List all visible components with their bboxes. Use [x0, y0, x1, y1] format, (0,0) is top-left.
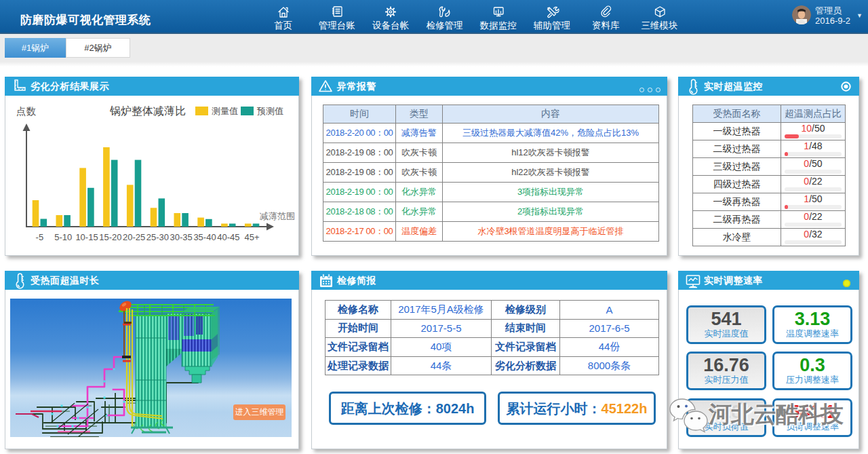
svg-text:15-20: 15-20: [99, 232, 121, 242]
svg-text:锅炉整体减薄比: 锅炉整体减薄比: [109, 105, 186, 117]
svg-text:-5: -5: [36, 232, 44, 242]
svg-text:45+: 45+: [245, 232, 260, 242]
svg-text:点数: 点数: [16, 106, 37, 117]
svg-text:20-25: 20-25: [123, 232, 145, 242]
svg-text:25-30: 25-30: [146, 232, 169, 242]
svg-text:预测值: 预测值: [256, 106, 283, 116]
svg-text:30-35: 30-35: [170, 232, 193, 242]
svg-text:测量值: 测量值: [212, 106, 238, 116]
svg-text:35-40: 35-40: [193, 232, 216, 242]
svg-text:5-10: 5-10: [54, 232, 72, 242]
svg-text:减薄范围: 减薄范围: [260, 211, 295, 221]
svg-text:10-15: 10-15: [75, 232, 98, 242]
svg-text:40-45: 40-45: [217, 232, 239, 242]
